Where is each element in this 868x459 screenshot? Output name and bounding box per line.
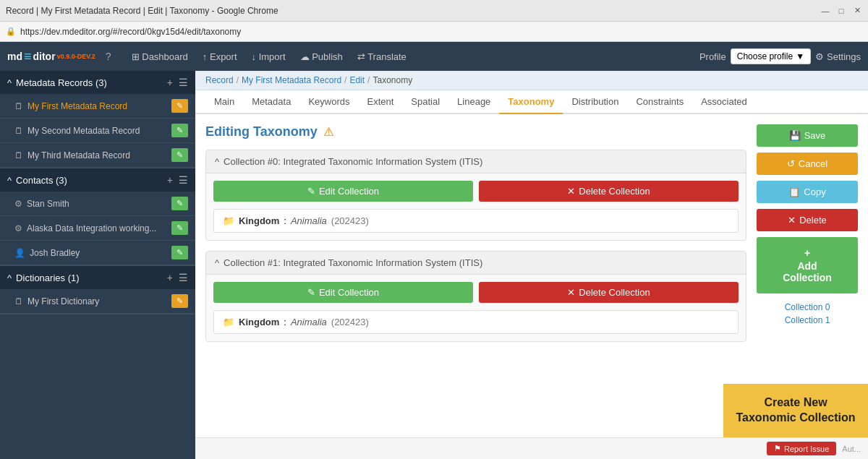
tooltip-text: Create New Taxonomic Collection (736, 396, 855, 424)
sidebar-item-label-my-second: My Second Metadata Record (27, 126, 169, 136)
app-logo: md ≡ ditor v0.9.0-DEV.2 (7, 49, 95, 64)
nav-publish[interactable]: ☁ Publish (294, 48, 349, 65)
window-controls: — □ ✕ (820, 6, 862, 16)
edit-collection-btn-0[interactable]: ✎ Edit Collection (213, 181, 473, 202)
sidebar-edit-btn-my-first[interactable]: ✎ (171, 99, 188, 113)
address-text[interactable]: https://dev.mdeditor.org/#/record/0kgv15… (20, 27, 241, 37)
sidebar-item-my-second-metadata[interactable]: 🗒 My Second Metadata Record ✎ (0, 119, 195, 143)
sidebar-section-metadata-records: ^ Metadata Records (3) + ☰ 🗒 My First Me… (0, 71, 195, 168)
tab-keywords[interactable]: Keywords (299, 90, 358, 114)
settings-link[interactable]: ⚙ Settings (815, 51, 861, 62)
sidebar-item-stan-smith[interactable]: ⚙ Stan Smith ✎ (0, 192, 195, 216)
tab-taxonomy[interactable]: Taxonomy (499, 90, 563, 114)
copy-button[interactable]: 📋 Copy (757, 181, 858, 203)
nav-export[interactable]: ↑ Export (197, 48, 243, 65)
sidebar-item-josh-bradley[interactable]: 👤 Josh Bradley ✎ (0, 241, 195, 265)
sidebar-section-header-metadata[interactable]: ^ Metadata Records (3) + ☰ (0, 71, 195, 94)
tab-lineage[interactable]: Lineage (448, 90, 499, 114)
delete-collection-icon-0: ✕ (567, 186, 575, 197)
close-button[interactable]: ✕ (852, 6, 862, 16)
delete-collection-label-0: Delete Collection (579, 186, 650, 197)
collection-actions-0: ✎ Edit Collection ✕ Delete Collection (213, 181, 739, 202)
auto-save-label: Aut... (842, 445, 861, 453)
edit-collection-btn-1[interactable]: ✎ Edit Collection (213, 282, 473, 303)
sidebar-section-actions-metadata: + ☰ (167, 77, 188, 88)
folder-icon-1: 📁 (223, 317, 234, 327)
breadcrumb-sep-1: / (237, 75, 239, 85)
address-bar: 🔒 https://dev.mdeditor.org/#/record/0kgv… (0, 22, 868, 42)
sidebar-edit-btn-stan-smith[interactable]: ✎ (171, 197, 188, 210)
settings-icon: ⚙ (815, 51, 824, 62)
tab-associated[interactable]: Associated (692, 90, 756, 114)
add-collection-button[interactable]: + AddCollection (757, 237, 858, 293)
sidebar-add-contacts-icon[interactable]: + (167, 174, 173, 186)
collection-header-label-0: Collection #0: Integrated Taxonomic Info… (224, 156, 482, 167)
collection-link-0[interactable]: Collection 0 (757, 302, 858, 312)
add-collection-icon: + (804, 247, 810, 259)
kingdom-row-1: 📁 Kingdom : Animalia (202423) (213, 310, 739, 334)
breadcrumb-sep-3: / (367, 75, 370, 85)
delete-button[interactable]: ✕ Delete (757, 209, 858, 231)
nav-dashboard[interactable]: ⊞ Dashboard (126, 48, 194, 65)
sidebar: ^ Metadata Records (3) + ☰ 🗒 My First Me… (0, 71, 195, 459)
kingdom-label-1: Kingdom (239, 317, 279, 327)
sidebar-item-first-dictionary[interactable]: 🗒 My First Dictionary ✎ (0, 289, 195, 314)
sidebar-edit-btn-my-second[interactable]: ✎ (171, 124, 188, 137)
delete-label: Delete (799, 215, 827, 226)
tab-constraints[interactable]: Constraints (627, 90, 692, 114)
tab-bar: Main Metadata Keywords Extent Spatial Li… (195, 90, 868, 114)
settings-label: Settings (827, 51, 861, 62)
tab-metadata[interactable]: Metadata (243, 90, 299, 114)
help-button[interactable]: ? (106, 51, 111, 62)
folder-icon-0: 📁 (223, 215, 234, 226)
delete-collection-btn-0[interactable]: ✕ Delete Collection (479, 181, 739, 202)
sidebar-section-title-dictionaries: ^ Dictionaries (1) (7, 273, 80, 283)
sidebar-section-title-contacts: ^ Contacts (3) (7, 175, 67, 186)
nav-translate[interactable]: ⇄ Translate (352, 48, 412, 65)
delete-collection-btn-1[interactable]: ✕ Delete Collection (479, 282, 739, 303)
cancel-button[interactable]: ↺ Cancel (757, 153, 858, 175)
maximize-button[interactable]: □ (836, 6, 846, 16)
collection-link-1[interactable]: Collection 1 (757, 315, 858, 325)
tab-main[interactable]: Main (205, 90, 243, 114)
tab-extent[interactable]: Extent (358, 90, 402, 114)
sidebar-contacts-label: Contacts (3) (16, 175, 67, 186)
sidebar-add-dictionaries-icon[interactable]: + (167, 272, 173, 283)
sidebar-section-dictionaries: ^ Dictionaries (1) + ☰ 🗒 My First Dictio… (0, 266, 195, 314)
minimize-button[interactable]: — (820, 6, 830, 16)
sidebar-add-metadata-icon[interactable]: + (167, 77, 173, 88)
collection-links: Collection 0 Collection 1 (757, 302, 858, 325)
profile-chevron-icon: ▼ (796, 51, 804, 61)
nav-import[interactable]: ↓ Import (246, 48, 292, 65)
sidebar-section-header-contacts[interactable]: ^ Contacts (3) + ☰ (0, 168, 195, 192)
sidebar-menu-dictionaries-icon[interactable]: ☰ (179, 272, 188, 283)
sidebar-section-actions-dictionaries: + ☰ (167, 272, 188, 283)
sidebar-section-contacts: ^ Contacts (3) + ☰ ⚙ Stan Smith ✎ ⚙ Alas… (0, 168, 195, 266)
sidebar-item-my-first-metadata[interactable]: 🗒 My First Metadata Record ✎ (0, 94, 195, 119)
cancel-label: Cancel (799, 158, 827, 169)
kingdom-label-0: Kingdom (239, 215, 279, 226)
sidebar-item-my-third-metadata[interactable]: 🗒 My Third Metadata Record ✎ (0, 143, 195, 168)
sidebar-section-title-metadata: ^ Metadata Records (3) (7, 77, 107, 88)
tab-distribution[interactable]: Distribution (563, 90, 627, 114)
breadcrumb-my-first-metadata[interactable]: My First Metadata Record (242, 75, 341, 85)
collection-actions-1: ✎ Edit Collection ✕ Delete Collection (213, 282, 739, 303)
sidebar-menu-contacts-icon[interactable]: ☰ (179, 174, 188, 186)
logo-editor-text: ditor (33, 51, 56, 62)
profile-select[interactable]: Choose profile ▼ (731, 48, 811, 64)
save-button[interactable]: 💾 Save (757, 124, 858, 147)
sidebar-item-alaska-data[interactable]: ⚙ Alaska Data Integration working... ✎ (0, 216, 195, 241)
sidebar-edit-btn-first-dictionary[interactable]: ✎ (171, 294, 188, 308)
sidebar-edit-btn-alaska-data[interactable]: ✎ (171, 221, 188, 235)
tab-spatial[interactable]: Spatial (402, 90, 448, 114)
breadcrumb-record[interactable]: Record (205, 75, 234, 85)
sidebar-section-header-dictionaries[interactable]: ^ Dictionaries (1) + ☰ (0, 266, 195, 289)
sidebar-edit-btn-my-third[interactable]: ✎ (171, 148, 188, 162)
sidebar-item-label-alaska-data: Alaska Data Integration working... (27, 223, 169, 233)
editing-main: Editing Taxonomy ⚠ ^ Collection #0: Inte… (205, 124, 746, 449)
sidebar-menu-metadata-icon[interactable]: ☰ (179, 77, 188, 88)
report-issue-button[interactable]: ⚑ Report Issue (767, 442, 836, 455)
breadcrumb-edit[interactable]: Edit (349, 75, 365, 85)
sidebar-metadata-label: Metadata Records (3) (16, 77, 107, 88)
sidebar-edit-btn-josh-bradley[interactable]: ✎ (171, 246, 188, 259)
